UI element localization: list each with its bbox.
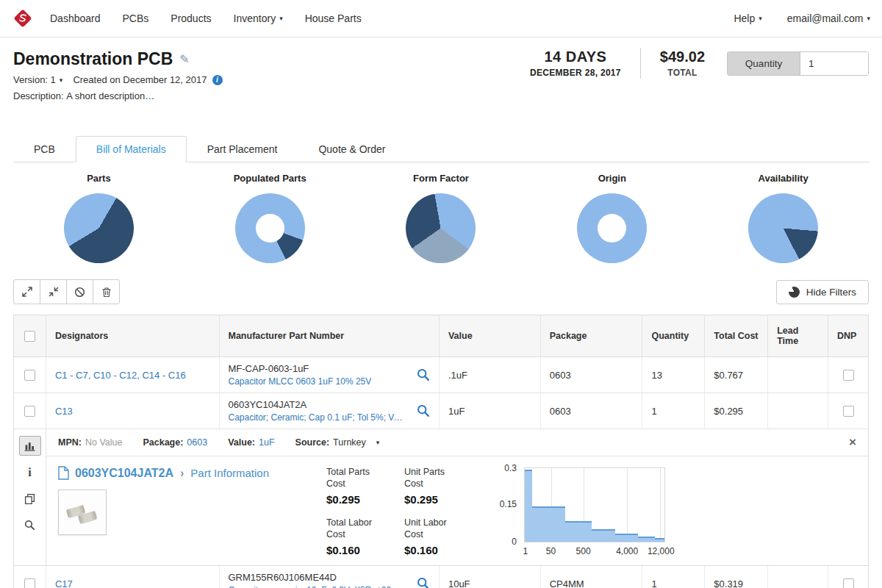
designators-link[interactable]: C17	[55, 578, 73, 588]
mpn-description-link[interactable]: Capacitor: ceramic; 10uF; 6.3V; X5R; ±20…	[229, 585, 405, 588]
bom-table: Designators Manufacturer Part Number Val…	[13, 315, 869, 588]
nav-account[interactable]: email@mail.com ▾	[787, 12, 870, 24]
value-link[interactable]: 1uF	[259, 437, 275, 448]
collapse-all-button[interactable]	[40, 279, 67, 304]
file-icon	[58, 466, 69, 480]
search-tool[interactable]	[19, 515, 41, 535]
price-chart-tool[interactable]	[19, 436, 41, 456]
designators-link[interactable]: C13	[55, 406, 73, 417]
chart-title: Populated Parts	[184, 173, 356, 184]
chart-block-availability: Availability	[698, 173, 869, 263]
nav-inventory[interactable]: Inventory ▾	[234, 12, 283, 24]
mpn-description-link[interactable]: Capacitor; Ceramic; Cap 0.1 uF; Tol 5%; …	[229, 412, 405, 423]
y-tick-label: 0	[512, 537, 517, 547]
designators-link[interactable]: C1 - C7, C10 - C12, C14 - C16	[55, 370, 186, 381]
y-tick-label: 0.15	[500, 499, 517, 509]
col-lead-time: Lead Time	[768, 315, 828, 356]
info-tool[interactable]: i	[19, 462, 41, 482]
mpn-text: MF-CAP-0603-1uF	[229, 363, 372, 374]
part-number-link[interactable]: 0603YC104JAT2A	[75, 467, 173, 480]
lead-time-block: 14 DAYS DECEMBER 28, 2017	[530, 49, 621, 78]
version-select[interactable]: Version: 1 ▾	[13, 74, 62, 85]
populated-parts-pie-chart[interactable]	[235, 193, 305, 263]
nav-help[interactable]: Help ▾	[734, 12, 761, 24]
clear-selection-button[interactable]	[66, 279, 93, 304]
row-checkbox[interactable]	[24, 370, 35, 381]
detail-topbar: MPN: No Value Package: 0603 Value: 1uF S…	[46, 429, 868, 456]
lead-days: 14 DAYS	[530, 49, 621, 65]
cost-value: $0.160	[404, 544, 472, 556]
delete-button[interactable]	[93, 279, 120, 304]
x-tick-label: 12,000	[648, 546, 675, 556]
quantity-input[interactable]: 1	[800, 52, 868, 75]
version-label: Version:	[13, 74, 48, 85]
divider	[640, 48, 641, 79]
parts-pie-chart[interactable]	[64, 193, 134, 263]
select-all-checkbox[interactable]	[24, 331, 35, 342]
x-tick-label: 1	[523, 546, 528, 556]
nav-pcbs[interactable]: PCBs	[123, 12, 149, 24]
dnp-checkbox[interactable]	[843, 406, 854, 417]
mpn-text: GRM155R60J106ME44D	[229, 572, 405, 583]
total-cost-cell: $0.767	[705, 357, 768, 392]
col-value: Value	[440, 315, 541, 356]
chart-block-populated-parts: Populated Parts	[184, 173, 356, 263]
row-checkbox[interactable]	[24, 406, 35, 417]
nav-dashboard[interactable]: Dashboard	[50, 12, 101, 24]
availability-pie-chart[interactable]	[748, 193, 818, 263]
chart-block-form-factor: Form Factor	[356, 173, 527, 263]
search-icon[interactable]	[417, 404, 430, 417]
tab-quote-order[interactable]: Quote & Order	[298, 136, 406, 162]
tab-bill-of-materials[interactable]: Bill of Materials	[76, 136, 187, 162]
chart-title: Parts	[13, 173, 184, 184]
package-link[interactable]: 0603	[187, 437, 207, 448]
cost-value: $0.295	[326, 493, 394, 506]
col-designators: Designators	[46, 315, 220, 356]
dnp-checkbox[interactable]	[843, 370, 854, 381]
total-block: $49.02 TOTAL	[660, 49, 705, 78]
cost-label: Total Labor Cost	[326, 517, 385, 541]
tab-part-placement[interactable]: Part Placement	[187, 136, 298, 162]
price-step	[532, 506, 566, 542]
copy-tool[interactable]	[19, 489, 41, 509]
y-tick-label: 0.3	[504, 463, 517, 473]
page-header: Demonstration PCB ✎ Version: 1 ▾ Created…	[13, 37, 869, 127]
nav-house-parts[interactable]: House Parts	[305, 12, 362, 24]
chevron-right-icon: ›	[180, 467, 184, 480]
part-detail-panel: i MPN:	[14, 429, 868, 566]
search-icon[interactable]	[417, 368, 430, 381]
mpn-description-link[interactable]: Capacitor MLCC 0603 1uF 10% 25V	[229, 376, 372, 387]
info-icon[interactable]: i	[212, 75, 223, 85]
form-factor-pie-chart[interactable]	[406, 193, 476, 263]
source-dropdown[interactable]: Source: Turnkey ▾	[295, 437, 380, 448]
origin-pie-chart[interactable]	[577, 193, 647, 263]
table-row: C17 GRM155R60J106ME44D Capacitor: cerami…	[14, 566, 868, 588]
app-logo[interactable]	[12, 7, 34, 29]
hide-filters-button[interactable]: Hide Filters	[776, 280, 869, 304]
total-cost-cell: $0.295	[705, 393, 768, 429]
expand-all-button[interactable]	[13, 279, 40, 304]
pie-chart-icon	[789, 287, 800, 298]
cost-label: Unit Parts Cost	[404, 466, 463, 490]
bar-chart-icon	[24, 440, 35, 451]
mpn-label: MPN:	[58, 437, 82, 448]
row-checkbox[interactable]	[24, 578, 35, 588]
cost-item: Unit Parts Cost $0.295	[404, 466, 472, 507]
package-cell: 0603	[541, 357, 643, 392]
part-thumbnail[interactable]	[58, 490, 107, 535]
detail-package: Package: 0603	[143, 437, 207, 448]
source-value: Turnkey	[333, 437, 366, 448]
created-date: Created on December 12, 2017	[73, 74, 207, 85]
search-icon[interactable]	[417, 577, 430, 588]
part-information-link[interactable]: Part Information	[190, 467, 269, 479]
nav-products[interactable]: Products	[171, 12, 211, 24]
col-package: Package	[541, 315, 643, 356]
chart-title: Availability	[698, 173, 869, 184]
close-icon[interactable]: ×	[849, 435, 856, 450]
col-mpn: Manufacturer Part Number	[220, 315, 440, 356]
tab-pcb[interactable]: PCB	[13, 136, 76, 162]
total-cost-cell: $0.319	[705, 566, 768, 588]
dnp-checkbox[interactable]	[843, 578, 854, 588]
description-label: Description:	[13, 90, 64, 101]
edit-icon[interactable]: ✎	[179, 52, 189, 66]
